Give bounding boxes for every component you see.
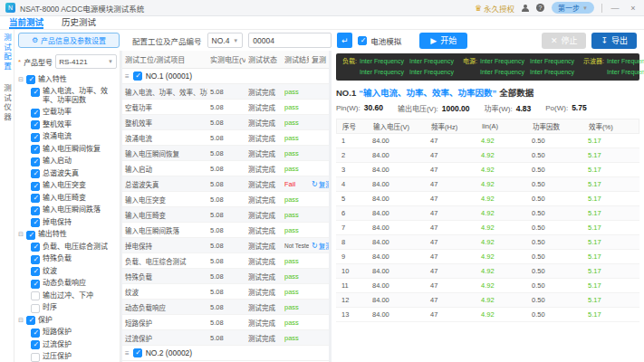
group-checkbox[interactable] [133,71,142,81]
tree-item[interactable]: ⊟ 输入电流、功率、效率、功率因数 [31,86,117,107]
tree-item[interactable]: ⊟ 总谐波失真 [31,167,117,180]
tree-item[interactable]: ⊟ 输入电压瞬间跌落 [31,205,117,217]
tab-current-test[interactable]: 当前测试 [9,16,43,29]
product-settings-button[interactable]: ⚙ 产品信息及参数设置 [18,33,120,48]
detail-table-row[interactable]: 12 84.00 47 4.92 0.50 5.17 [336,293,639,308]
detail-table-row[interactable]: 1 84.00 47 4.92 0.50 5.17 [336,134,639,148]
tree-item[interactable]: ⊟ 整机效率 [31,119,117,131]
collapse-icon[interactable]: ⊟ [18,230,24,239]
table-row[interactable]: 纹波 5.08 测试完成 pass [122,284,329,300]
tree-checkbox[interactable] [31,120,40,129]
tree-item[interactable]: ⊟ 时序 [31,302,117,315]
detail-table-row[interactable]: 9 84.00 47 4.92 0.50 5.17 [336,250,639,264]
table-row[interactable]: 负载、电压综合测试 5.08 测试完成 pass [122,253,329,269]
table-row[interactable]: 过流保护 5.08 测试完成 pass [122,330,329,346]
tree-checkbox[interactable] [31,218,40,227]
tree-item[interactable]: ⊟ 掉电保持 [31,216,117,229]
table-row[interactable]: 整机效率 5.08 测试完成 pass [122,115,329,130]
vertical-tab-test-config[interactable]: 测试配置 [2,33,13,71]
tree-item[interactable]: ⊟ 输出过冲、下冲 [31,290,117,302]
table-row[interactable]: 短路保护 5.08 测试完成 pass [122,315,329,330]
detail-table-row[interactable]: 7 84.00 47 4.92 0.50 5.17 [336,221,639,235]
confirm-enter-button[interactable]: ↵ [337,33,352,48]
table-row[interactable]: 浪涌电流 5.08 测试完成 pass [122,130,329,146]
tree-checkbox[interactable] [26,231,35,240]
model-select[interactable]: RS-4121 ▼ [55,54,117,69]
table-row[interactable]: 掉电保持 5.08 测试完成 Not Tested 复测 [122,238,329,253]
tree-item[interactable]: ⊟ 输入电压瞬间恢复 [31,143,117,156]
help-icon[interactable]: ? [536,4,544,12]
tree-item[interactable]: ⊟ 过压保护 [31,351,117,362]
detail-table-row[interactable]: 2 84.00 47 4.92 0.50 5.17 [336,148,639,163]
detail-table-row[interactable]: 4 84.00 47 4.92 0.50 5.17 [336,177,639,192]
tree-checkbox[interactable] [31,133,40,142]
table-row[interactable]: 输入电压瞬间恢复 5.08 测试完成 pass [122,146,329,161]
tree-item[interactable]: ⊟ 保护 [18,314,117,327]
table-row[interactable]: 总谐波失真 5.08 测试完成 Fail 复测 [122,176,329,192]
tree-item[interactable]: ⊟ 纹波 [31,265,117,278]
tree-checkbox[interactable] [31,329,40,338]
detail-table-row[interactable]: 3 84.00 47 4.92 0.50 5.17 [336,163,639,177]
table-row[interactable]: 空载功率 5.08 测试完成 pass [122,100,329,115]
station-group-row-2[interactable]: ≡ NO.2 (00002) [122,346,329,361]
tree-item[interactable]: ⊟ 短路保护 [31,327,117,339]
user-icon[interactable] [522,5,529,12]
detail-table-row[interactable]: 13 84.00 47 4.92 0.50 5.17 [336,308,639,322]
retest-button[interactable]: 复测 [312,241,326,251]
retest-button[interactable]: 复测 [312,179,326,189]
tree-item[interactable]: ⊟ 输入电压畸变 [31,192,117,205]
menu-icon[interactable]: ≡ [125,72,130,81]
table-row[interactable]: 特殊负载 5.08 测试完成 pass [122,269,329,284]
detail-table-row[interactable]: 6 84.00 47 4.92 0.50 5.17 [336,206,639,221]
group-checkbox[interactable] [133,348,142,357]
tree-checkbox[interactable] [31,280,40,289]
detail-table-row[interactable]: 5 84.00 47 4.92 0.50 5.17 [336,192,639,206]
vertical-tab-instruments[interactable]: 测试仪器 [2,84,13,122]
tree-checkbox[interactable] [31,88,40,97]
tree-checkbox[interactable] [31,206,40,215]
tree-checkbox[interactable] [26,316,35,325]
tab-history-test[interactable]: 历史测试 [62,16,96,29]
tree-checkbox[interactable] [31,109,40,118]
tree-checkbox[interactable] [31,340,40,349]
tree-checkbox[interactable] [31,255,40,264]
start-button[interactable]: ▶开始 [419,33,467,49]
tree-item[interactable]: ⊟ 空载功率 [31,107,117,119]
tree-item[interactable]: ⊟ 输入电压突变 [31,180,117,193]
menu-icon[interactable]: ≡ [125,349,130,357]
tree-checkbox[interactable] [31,243,40,252]
tree-checkbox[interactable] [31,145,40,154]
table-row[interactable]: 输入电压畸变 5.08 测试完成 pass [122,207,329,223]
tree-checkbox[interactable] [31,304,40,313]
tree-checkbox[interactable] [31,169,40,178]
tree-item[interactable]: ⊟ 负载、电压综合测试 [31,241,117,253]
tree-item[interactable]: ⊟ 输出特性 [18,229,117,242]
collapse-icon[interactable]: ⊟ [18,316,24,325]
tree-item[interactable]: ⊟ 输入启动 [31,156,117,168]
tree-checkbox[interactable] [31,182,40,191]
stop-button[interactable]: ✕停止 [542,33,587,49]
product-no-input[interactable]: 00004 [248,33,332,48]
tree-checkbox[interactable] [26,75,35,84]
close-button[interactable]: × [628,4,639,13]
detail-table-row[interactable]: 8 84.00 47 4.92 0.50 5.17 [336,235,639,250]
collapse-icon[interactable]: ⊟ [18,75,24,84]
detail-table-row[interactable]: 10 84.00 47 4.92 0.50 5.17 [336,264,639,279]
table-row[interactable]: 输入电压瞬间跌落 5.08 测试完成 pass [122,223,329,238]
battery-sim-checkbox[interactable] [358,36,367,45]
tree-item[interactable]: ⊟ 浪涌电流 [31,131,117,144]
station-group-row-1[interactable]: ≡ NO.1 (00001) [122,69,329,84]
tree-checkbox[interactable] [31,267,40,276]
tree-item[interactable]: ⊟ 过流保护 [31,338,117,351]
tree-checkbox[interactable] [31,194,40,203]
detail-table-row[interactable]: 11 84.00 47 4.92 0.50 5.17 [336,279,639,293]
battery-sim-option[interactable]: 电池模拟 [358,35,401,46]
tree-item[interactable]: ⊟ 输入特性 [18,73,117,86]
table-row[interactable]: 动态负载响应 5.08 测试完成 pass [122,300,329,315]
station-select[interactable]: NO.4 ▼ [207,33,244,48]
table-row[interactable]: 输入电压突变 5.08 测试完成 pass [122,192,329,207]
table-row[interactable]: 输入电流、功率、效率、功率因数 5.08 测试完成 pass [122,84,329,100]
minimize-button[interactable]: — [610,4,620,13]
tree-item[interactable]: ⊟ 动态负载响应 [31,278,117,291]
tree-checkbox[interactable] [31,157,40,167]
